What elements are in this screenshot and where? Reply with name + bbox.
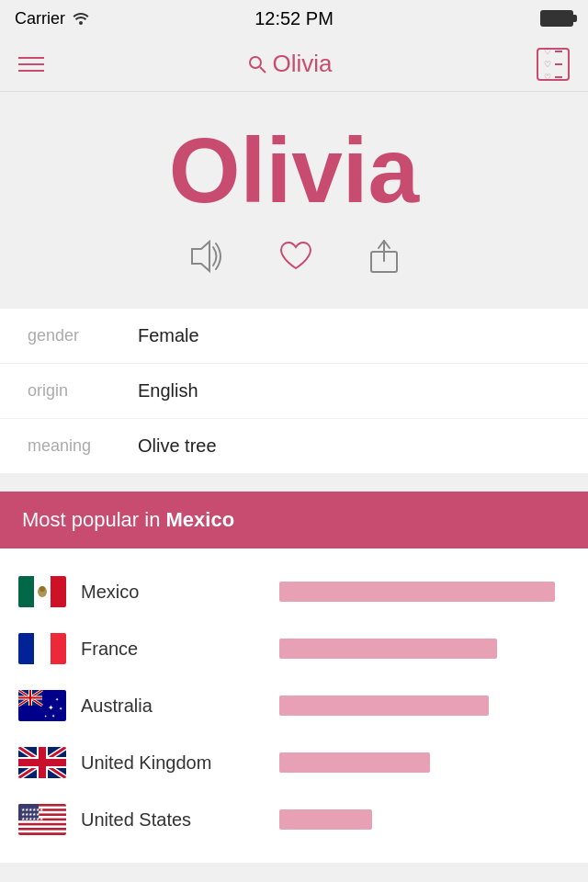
bar-container — [279, 695, 570, 716]
origin-label: origin — [28, 381, 138, 401]
country-name: Mexico — [81, 582, 265, 603]
list-item: ✦ ✦ ✦ ✦ ✦ Australia — [18, 677, 570, 734]
popularity-bar — [279, 752, 430, 773]
bar-container — [279, 582, 570, 602]
audio-button[interactable] — [187, 240, 224, 280]
country-name: United Kingdom — [81, 752, 265, 774]
status-time: 12:52 PM — [254, 8, 334, 29]
svg-text:✦: ✦ — [48, 704, 54, 712]
svg-rect-8 — [51, 576, 66, 607]
svg-text:✦: ✦ — [55, 696, 59, 702]
popular-list: Mexico France — [0, 548, 588, 863]
popularity-bar — [279, 695, 489, 716]
status-bar: Carrier 12:52 PM — [0, 0, 588, 37]
svg-text:✦: ✦ — [59, 706, 62, 711]
meaning-row: meaning Olive tree — [0, 419, 588, 473]
svg-rect-37 — [18, 759, 66, 766]
menu-button[interactable] — [18, 57, 44, 72]
popularity-bar — [279, 639, 497, 659]
info-card: gender Female origin English meaning Oli… — [0, 309, 588, 473]
action-buttons — [18, 239, 570, 281]
bar-container — [279, 639, 570, 659]
nav-title: Olivia — [248, 50, 332, 78]
list-item: Mexico — [18, 563, 570, 620]
nav-bar: Olivia — [0, 37, 588, 92]
name-title: Olivia — [18, 119, 570, 220]
flag-us: ★★★★★★ ★★★★★ ★★★★★★ — [18, 804, 66, 835]
flag-france — [18, 633, 66, 664]
gender-value: Female — [138, 325, 199, 346]
svg-text:★★★★★★: ★★★★★★ — [21, 816, 44, 821]
svg-marker-3 — [192, 242, 209, 271]
popularity-bar — [279, 582, 555, 602]
popular-header: Most popular in Mexico — [0, 492, 588, 548]
flag-mexico — [18, 576, 66, 607]
gender-row: gender Female — [0, 309, 588, 364]
meaning-value: Olive tree — [138, 435, 217, 457]
battery-icon — [540, 10, 573, 27]
svg-rect-13 — [51, 633, 66, 664]
popular-title: Most popular in Mexico — [22, 508, 566, 532]
svg-rect-43 — [18, 825, 66, 828]
svg-point-0 — [79, 21, 83, 25]
svg-line-2 — [260, 67, 266, 73]
svg-rect-44 — [18, 831, 66, 833]
popularity-bar — [279, 809, 372, 830]
hero-section: Olivia — [0, 92, 588, 309]
country-name: France — [81, 639, 265, 660]
country-name: Australia — [81, 695, 265, 717]
svg-point-10 — [40, 586, 45, 592]
battery-indicator — [540, 10, 573, 27]
bar-container — [279, 752, 570, 773]
flag-uk — [18, 747, 66, 778]
list-item: ★★★★★★ ★★★★★ ★★★★★★ United States — [18, 791, 570, 848]
carrier-label: Carrier — [15, 9, 89, 28]
list-item: United Kingdom — [18, 734, 570, 791]
svg-rect-12 — [18, 633, 34, 664]
list-item: France — [18, 620, 570, 677]
origin-row: origin English — [0, 364, 588, 419]
search-icon — [248, 55, 266, 74]
share-button[interactable] — [368, 239, 401, 281]
favorite-button[interactable] — [279, 241, 312, 279]
svg-rect-7 — [18, 576, 34, 607]
meaning-label: meaning — [28, 436, 138, 456]
wifi-icon — [73, 12, 89, 25]
flag-australia: ✦ ✦ ✦ ✦ ✦ — [18, 690, 66, 721]
svg-point-1 — [250, 57, 261, 68]
origin-value: English — [138, 380, 198, 401]
favorites-list-button[interactable] — [537, 48, 570, 81]
country-name: United States — [81, 809, 265, 831]
bar-container — [279, 809, 570, 830]
gender-label: gender — [28, 326, 138, 345]
svg-text:✦: ✦ — [51, 713, 55, 718]
